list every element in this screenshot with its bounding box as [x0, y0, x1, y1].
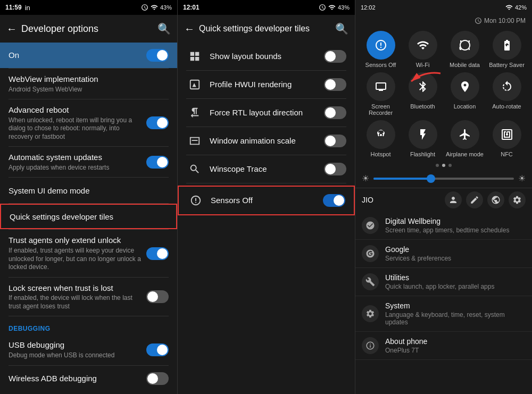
setting-wireless-adb-text: Wireless ADB debugging [9, 373, 142, 384]
setting-profile-hwui[interactable]: Profile HWUI rendering [178, 71, 355, 98]
menu-item-system[interactable]: System Language & keyboard, time, reset,… [355, 296, 532, 332]
toggle-usb-debug[interactable] [146, 343, 169, 356]
edit-button[interactable] [466, 191, 483, 208]
brightness-high-icon: ☀ [518, 173, 526, 183]
alarm-time: Mon 10:00 PM [484, 17, 526, 24]
toggle-advanced-reboot[interactable] [146, 116, 169, 129]
setting-wireless-adb-title: Wireless ADB debugging [9, 373, 142, 384]
toggle-wireless-adb[interactable] [146, 372, 169, 385]
setting-sensors-off[interactable]: Sensors Off [178, 186, 355, 215]
google-subtitle: Services & preferences [385, 255, 451, 262]
setting-webview-title: WebView implementation [9, 74, 169, 85]
menu-item-utilities[interactable]: Utilities Quick launch, app locker, para… [355, 268, 532, 296]
qs-tile-sensors-off[interactable]: Sensors Off [362, 31, 400, 68]
flashlight-svg [417, 128, 429, 141]
screen-recorder-tile-icon [367, 72, 395, 101]
toggle-on[interactable] [146, 49, 169, 62]
setting-on[interactable]: On [0, 43, 177, 68]
toggle-auto-updates[interactable] [146, 156, 169, 169]
toggle-lock-screen[interactable] [146, 290, 169, 303]
panel-quick-settings: 12:02 42% Mon 10:00 PM Sensors Off Wi-Fi [355, 0, 532, 394]
screen-recorder-svg [375, 80, 387, 93]
qs-tile-nfc[interactable]: NFC [488, 120, 526, 157]
setting-usb-debug[interactable]: USB debugging Debug mode when USB is con… [0, 334, 177, 365]
qs-tile-bluetooth[interactable]: Bluetooth [404, 72, 442, 116]
setting-sensors-off-title: Sensors Off [211, 195, 319, 206]
settings-button[interactable] [509, 191, 526, 208]
setting-winscope-title: Winscope Trace [210, 164, 320, 174]
menu-item-about[interactable]: About phone OnePlus 7T [355, 332, 532, 360]
dot-1 [436, 164, 439, 167]
status-bar-3: 12:02 42% [355, 0, 532, 15]
toggle-trust-agents[interactable] [146, 247, 169, 260]
setting-winscope-text: Winscope Trace [210, 164, 320, 174]
setting-qs-dev-tiles-text: Quick settings developer tiles [10, 212, 168, 222]
setting-show-layout[interactable]: Show layout bounds [178, 43, 355, 70]
account-button[interactable] [445, 191, 462, 208]
setting-auto-updates[interactable]: Automatic system updates Apply updates w… [0, 147, 177, 177]
brightness-track[interactable] [373, 178, 514, 180]
page-title-2: Quick settings developer tiles [199, 24, 335, 33]
setting-auto-updates-text: Automatic system updates Apply updates w… [9, 152, 142, 172]
qs-tile-hotspot[interactable]: Hotspot [362, 120, 400, 157]
toggle-sensors-off[interactable] [323, 194, 345, 207]
setting-lock-screen-text: Lock screen when trust is lost If enable… [9, 283, 142, 311]
setting-wireless-adb[interactable]: Wireless ADB debugging [0, 366, 177, 391]
battery-3: 42% [515, 4, 527, 11]
mobile-data-tile-label: Mobile data [450, 62, 480, 68]
setting-profile-hwui-text: Profile HWUI rendering [210, 79, 320, 90]
qs-tile-flashlight[interactable]: Flashlight [404, 120, 442, 157]
toggle-show-layout[interactable] [324, 50, 346, 63]
digital-wellbeing-text: Digital Wellbeing Screen time, app timer… [385, 217, 509, 234]
menu-item-digital-wellbeing[interactable]: Digital Wellbeing Screen time, app timer… [355, 212, 532, 240]
toggle-profile-hwui[interactable] [324, 78, 346, 91]
status-bar-2: 12:01 43% [178, 0, 355, 15]
alarm-icon-3 [475, 17, 482, 24]
qs-tile-airplane[interactable]: Airplane mode [446, 120, 484, 157]
qs-tile-screen-recorder[interactable]: Screen Recorder [362, 72, 400, 116]
setting-sensors-off-text: Sensors Off [211, 195, 319, 206]
setting-webview[interactable]: WebView implementation Android System We… [0, 69, 177, 99]
back-button-1[interactable]: ← [6, 23, 17, 35]
brightness-row: ☀ ☀ [355, 169, 532, 188]
search-button-2[interactable]: 🔍 [335, 22, 348, 35]
setting-winscope[interactable]: Winscope Trace [178, 155, 355, 183]
sensors-off-svg [375, 39, 387, 52]
screen-recorder-tile-label: Screen Recorder [362, 103, 400, 116]
setting-trust-agents-title: Trust agents only extend unlock [9, 235, 142, 246]
setting-usb-debug-subtitle: Debug mode when USB is connected [9, 351, 142, 360]
toggle-window-anim[interactable] [324, 135, 346, 147]
qs-tiles-grid: Sensors Off Wi-Fi Mobile data Battery Sa… [355, 27, 532, 162]
qs-tile-mobile-data[interactable]: Mobile data [446, 31, 484, 68]
flashlight-tile-icon [409, 120, 437, 149]
network-icons [445, 191, 526, 208]
search-button-1[interactable]: 🔍 [157, 22, 171, 35]
utilities-icon [362, 273, 379, 290]
digital-wellbeing-subtitle: Screen time, app timers, bedtime schedul… [385, 227, 509, 234]
setting-advanced-reboot[interactable]: Advanced reboot When unlocked, reboot it… [0, 99, 177, 146]
toggle-winscope[interactable] [324, 163, 346, 175]
globe-button[interactable] [487, 191, 504, 208]
about-text: About phone OnePlus 7T [385, 337, 427, 354]
setting-lock-screen[interactable]: Lock screen when trust is lost If enable… [0, 278, 177, 316]
nfc-tile-icon [493, 120, 521, 149]
toggle-force-rtl[interactable] [324, 106, 346, 119]
qs-tile-wifi[interactable]: Wi-Fi [404, 31, 442, 68]
back-button-2[interactable]: ← [184, 23, 195, 35]
menu-item-google[interactable]: Google Services & preferences [355, 240, 532, 268]
setting-on-text: On [9, 50, 142, 61]
setting-qs-dev-tiles[interactable]: Quick settings developer tiles [0, 204, 177, 229]
sensors-off-icon [187, 192, 204, 209]
qs-tile-location[interactable]: Location [446, 72, 484, 116]
utilities-title: Utilities [385, 273, 494, 282]
setting-window-anim[interactable]: Window animation scale [178, 127, 355, 155]
qs-tile-battery-saver[interactable]: Battery Saver [488, 31, 526, 68]
setting-force-rtl[interactable]: Force RTL layout direction [178, 99, 355, 127]
top-bar-2: ← Quick settings developer tiles 🔍 [178, 15, 355, 43]
system-icon [362, 305, 379, 322]
setting-sys-ui-demo[interactable]: System UI demo mode [0, 178, 177, 203]
qs-tile-auto-rotate[interactable]: Auto-rotate [488, 72, 526, 116]
bluetooth-svg [417, 80, 429, 93]
setting-trust-agents[interactable]: Trust agents only extend unlock If enabl… [0, 230, 177, 276]
profile-hwui-icon [186, 76, 203, 93]
